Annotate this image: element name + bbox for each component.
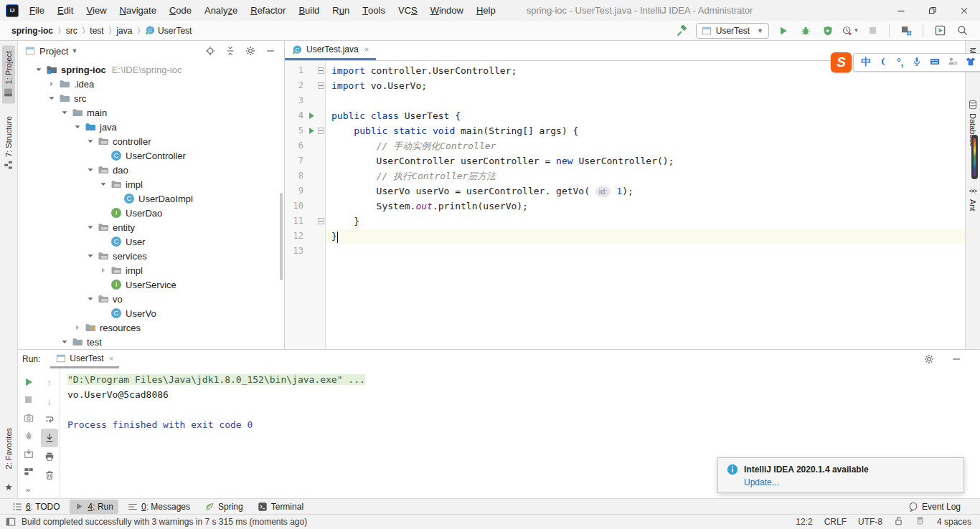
- search-everywhere-button[interactable]: [954, 23, 970, 39]
- run-settings-button[interactable]: [921, 351, 937, 367]
- tree-row[interactable]: java: [18, 120, 284, 134]
- tree-row[interactable]: dao: [18, 163, 284, 177]
- hide-run-panel-button[interactable]: [948, 351, 964, 367]
- chevron-down-icon[interactable]: [85, 138, 96, 145]
- tool-window-button-run[interactable]: 4: Run: [70, 500, 118, 514]
- chevron-down-icon[interactable]: [59, 109, 70, 116]
- menu-run[interactable]: Run: [326, 0, 356, 21]
- menu-window[interactable]: Window: [424, 0, 470, 21]
- tree-row[interactable]: src: [18, 91, 284, 105]
- fold-icon[interactable]: [318, 218, 324, 224]
- menu-analyze[interactable]: Analyze: [198, 0, 244, 21]
- menu-build[interactable]: Build: [292, 0, 326, 21]
- profiler-button[interactable]: ▼: [842, 23, 858, 39]
- collapse-all-button[interactable]: [224, 44, 237, 57]
- tree-row[interactable]: services: [18, 249, 284, 263]
- run-config-select[interactable]: UserTest ▼: [696, 23, 769, 39]
- code-line-6[interactable]: 6 // 手动实例化Controller: [285, 138, 965, 153]
- code-line-5[interactable]: 5 public static void main(String[] args)…: [285, 123, 965, 138]
- breadcrumb-item[interactable]: test: [90, 26, 103, 36]
- ime-punctuation-mode[interactable]: °,: [897, 57, 904, 68]
- tree-row[interactable]: spring-iocE:\IDE\spring-ioc: [18, 62, 284, 77]
- tree-row[interactable]: impl: [18, 177, 284, 191]
- readonly-toggle[interactable]: [894, 516, 904, 528]
- menu-edit[interactable]: Edit: [51, 0, 80, 21]
- tool-window-button-spring[interactable]: Spring: [199, 500, 248, 514]
- update-notification[interactable]: IntelliJ IDEA 2020.1.4 available Update.…: [717, 457, 964, 493]
- restore-button[interactable]: [917, 0, 948, 21]
- run-button[interactable]: [776, 23, 791, 39]
- tree-row[interactable]: entity: [18, 220, 284, 234]
- event-log-button[interactable]: Event Log: [903, 500, 966, 514]
- ime-login[interactable]: 13: [948, 56, 958, 69]
- tool-window-toggle-icon[interactable]: [6, 517, 16, 527]
- ime-soft-keyboard[interactable]: [930, 57, 940, 69]
- restart-debug-button[interactable]: [20, 426, 37, 444]
- menu-navigate[interactable]: Navigate: [113, 0, 163, 21]
- tree-row[interactable]: CUserController: [18, 148, 284, 163]
- project-structure-button[interactable]: [898, 23, 914, 39]
- code-line-10[interactable]: 10 System.out.println(userVo);: [285, 199, 965, 214]
- tree-row[interactable]: IUserService: [18, 277, 284, 292]
- soft-wrap-button[interactable]: [41, 410, 58, 429]
- menu-view[interactable]: View: [80, 0, 113, 21]
- menu-refactor[interactable]: Refactor: [244, 0, 292, 21]
- ide-face[interactable]: [915, 516, 925, 528]
- stripe-item-2-favorites[interactable]: 2: Favorites: [3, 422, 14, 475]
- print-button[interactable]: [41, 447, 58, 466]
- project-scrollbar[interactable]: [280, 193, 283, 280]
- editor-tab-usertest[interactable]: C UserTest.java ×: [285, 41, 376, 60]
- close-button[interactable]: [948, 0, 980, 21]
- sogou-logo-icon[interactable]: S: [831, 52, 852, 72]
- tree-row[interactable]: CUser: [18, 234, 284, 249]
- close-icon[interactable]: ×: [109, 354, 113, 363]
- chevron-right-icon[interactable]: [98, 267, 109, 274]
- stripe-item-7-structure[interactable]: 7: Structure: [2, 110, 15, 176]
- fold-icon[interactable]: [318, 67, 324, 74]
- code-line-9[interactable]: 9 UserVo userVo = userController. getVo(…: [285, 184, 965, 199]
- locate-button[interactable]: [204, 44, 217, 57]
- clear-all-button[interactable]: [41, 466, 58, 485]
- hide-panel-button[interactable]: [264, 44, 277, 57]
- code-line-13[interactable]: 13: [285, 244, 965, 259]
- ime-fullhalf-mode[interactable]: [879, 57, 889, 69]
- code-line-11[interactable]: 11 }: [285, 214, 965, 229]
- tree-row[interactable]: .idea: [18, 77, 284, 91]
- menu-code[interactable]: Code: [163, 0, 198, 21]
- tree-row[interactable]: CUserDaoImpl: [18, 191, 284, 206]
- dump-threads-button[interactable]: [20, 409, 37, 426]
- code-line-4[interactable]: 4public class UserTest {: [285, 108, 965, 123]
- more-actions-button[interactable]: »: [20, 480, 37, 498]
- chevron-down-icon[interactable]: [46, 95, 57, 102]
- breadcrumb-item[interactable]: CUserTest: [145, 26, 192, 36]
- indent-info[interactable]: 4 spaces: [937, 517, 971, 527]
- chevron-down-icon[interactable]: [59, 338, 70, 345]
- debug-button[interactable]: [798, 23, 814, 39]
- run-gutter-icon[interactable]: [308, 112, 316, 120]
- stop-button[interactable]: [864, 23, 880, 39]
- code-line-2[interactable]: 2import vo.UserVo;: [285, 78, 965, 93]
- tool-window-button-messages[interactable]: 0: Messages: [123, 500, 195, 514]
- code-line-7[interactable]: 7 UserController userController = new Us…: [285, 153, 965, 168]
- tool-window-button-todo[interactable]: 6: TODO: [7, 500, 65, 514]
- chevron-down-icon[interactable]: [85, 224, 96, 231]
- settings-button[interactable]: [244, 44, 257, 57]
- fold-icon[interactable]: [318, 128, 324, 134]
- chevron-down-icon[interactable]: [85, 252, 96, 259]
- stripe-item-ant[interactable]: Ant: [966, 181, 979, 216]
- stripe-item-1-project[interactable]: 1: Project: [2, 45, 15, 103]
- chevron-down-icon[interactable]: [72, 123, 83, 130]
- tree-row[interactable]: IUserDao: [18, 206, 284, 220]
- menu-vcs[interactable]: VCS: [392, 0, 424, 21]
- code-editor[interactable]: 1import controller.UserController;2impor…: [285, 61, 965, 349]
- run-tab-usertest[interactable]: UserTest ×: [50, 350, 119, 368]
- tree-row[interactable]: test: [18, 335, 284, 349]
- ime-skin[interactable]: [966, 57, 976, 69]
- file-encoding[interactable]: UTF-8: [858, 517, 882, 527]
- menu-file[interactable]: File: [23, 0, 51, 21]
- update-link[interactable]: Update...: [744, 477, 955, 487]
- run-gutter-icon[interactable]: [308, 127, 316, 135]
- tree-row[interactable]: main: [18, 105, 284, 120]
- build-button[interactable]: [674, 23, 689, 39]
- minimize-button[interactable]: [885, 0, 917, 21]
